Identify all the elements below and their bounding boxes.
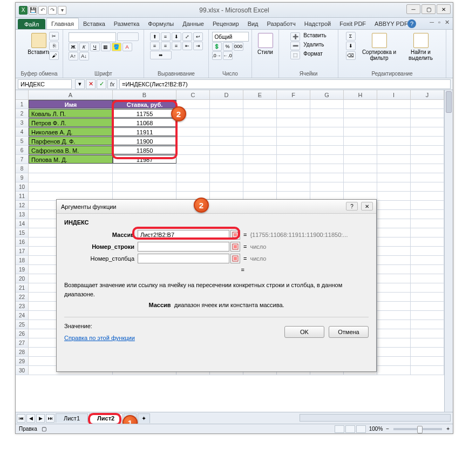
- dec-decimal-button[interactable]: ←.0: [223, 51, 233, 60]
- cell[interactable]: [377, 192, 411, 200]
- dialog-help-link[interactable]: Справка по этой функции: [64, 335, 135, 341]
- row-header[interactable]: 20: [16, 274, 29, 283]
- view-pagebreak-button[interactable]: [356, 425, 366, 433]
- cell[interactable]: [411, 100, 444, 108]
- bold-button[interactable]: Ж: [69, 43, 78, 51]
- row-header[interactable]: 11: [16, 192, 29, 200]
- col-header-f[interactable]: F: [277, 90, 310, 99]
- cell[interactable]: [344, 127, 377, 136]
- undo-icon[interactable]: ↶: [38, 6, 47, 15]
- cell[interactable]: [377, 357, 411, 365]
- cell[interactable]: [411, 127, 444, 136]
- clear-button[interactable]: ⌫: [346, 51, 356, 60]
- row-header[interactable]: 29: [16, 357, 29, 365]
- cell[interactable]: [344, 118, 377, 127]
- row-header[interactable]: 6: [16, 146, 29, 154]
- cell[interactable]: [176, 173, 210, 182]
- cell[interactable]: [377, 118, 411, 127]
- enter-formula-button[interactable]: ✓: [97, 79, 106, 89]
- cell[interactable]: [176, 146, 210, 154]
- cell[interactable]: [411, 357, 444, 365]
- row-header[interactable]: 7: [16, 155, 29, 164]
- tab-developer[interactable]: Разработч: [263, 18, 300, 29]
- row-header[interactable]: 24: [16, 311, 29, 320]
- vertical-scroll-thumb[interactable]: [446, 91, 452, 113]
- cell[interactable]: Сафронова В. М.: [29, 146, 113, 154]
- cell[interactable]: [310, 164, 344, 173]
- cell[interactable]: [411, 219, 444, 228]
- shrink-font-button[interactable]: A↓: [79, 52, 89, 60]
- arg-col-input[interactable]: [138, 254, 229, 263]
- cell[interactable]: 11755: [113, 109, 176, 118]
- tab-data[interactable]: Данные: [178, 18, 208, 29]
- vertical-scrollbar[interactable]: [444, 90, 453, 412]
- cell[interactable]: [377, 274, 411, 283]
- cell[interactable]: [411, 348, 444, 356]
- row-header[interactable]: 2: [16, 109, 29, 118]
- row-header[interactable]: 19: [16, 265, 29, 274]
- cell[interactable]: [377, 155, 411, 164]
- cell[interactable]: [277, 146, 310, 154]
- align-left-button[interactable]: ≡: [150, 42, 160, 50]
- cell[interactable]: [113, 173, 176, 182]
- tab-foxit[interactable]: Foxit PDF: [335, 18, 370, 29]
- horizontal-scrollbar[interactable]: [300, 414, 451, 422]
- cell[interactable]: [243, 182, 277, 191]
- cell[interactable]: [243, 155, 277, 164]
- cell[interactable]: [411, 265, 444, 274]
- tab-home[interactable]: Главная: [46, 18, 79, 29]
- row-header[interactable]: 12: [16, 201, 29, 209]
- cell[interactable]: [277, 164, 310, 173]
- cell[interactable]: [344, 100, 377, 108]
- doc-close-icon[interactable]: ✕: [444, 19, 451, 26]
- cell[interactable]: [411, 164, 444, 173]
- qat-dropdown-icon[interactable]: ▾: [58, 6, 66, 15]
- align-middle-button[interactable]: ≡: [161, 32, 171, 41]
- orientation-button[interactable]: ⤢: [182, 32, 192, 41]
- cell[interactable]: [277, 127, 310, 136]
- row-header[interactable]: 23: [16, 302, 29, 310]
- tab-formulas[interactable]: Формулы: [144, 18, 178, 29]
- row-header[interactable]: 16: [16, 237, 29, 246]
- cell[interactable]: [277, 137, 310, 145]
- cell[interactable]: [377, 137, 411, 145]
- cell[interactable]: [377, 338, 411, 347]
- cell[interactable]: [377, 265, 411, 274]
- view-normal-button[interactable]: [335, 425, 344, 433]
- wrap-text-button[interactable]: ↩: [193, 32, 203, 41]
- cell[interactable]: [377, 302, 411, 310]
- zoom-slider[interactable]: [393, 428, 442, 430]
- cell[interactable]: Парфенов Д. Ф.: [29, 137, 113, 145]
- comma-button[interactable]: 000: [234, 42, 243, 51]
- row-header[interactable]: 25: [16, 320, 29, 329]
- cell[interactable]: [411, 146, 444, 154]
- cell[interactable]: [210, 146, 243, 154]
- underline-button[interactable]: Ч: [90, 43, 100, 51]
- cell[interactable]: [210, 118, 243, 127]
- cell[interactable]: [377, 173, 411, 182]
- row-header[interactable]: 27: [16, 338, 29, 347]
- sheet-nav-last-icon[interactable]: ⏭: [46, 414, 55, 423]
- cell[interactable]: [377, 127, 411, 136]
- autosum-button[interactable]: Σ: [346, 32, 356, 40]
- cell[interactable]: [113, 182, 176, 191]
- cell[interactable]: [377, 293, 411, 301]
- cell[interactable]: [243, 137, 277, 145]
- cell[interactable]: [411, 274, 444, 283]
- styles-button[interactable]: Стили: [256, 32, 274, 56]
- cut-icon[interactable]: ✂: [49, 32, 59, 40]
- cell[interactable]: [210, 127, 243, 136]
- align-center-button[interactable]: ≡: [161, 42, 171, 50]
- cell[interactable]: [277, 155, 310, 164]
- cell[interactable]: [377, 201, 411, 209]
- col-header-j[interactable]: J: [411, 90, 444, 99]
- doc-restore-icon[interactable]: ▫: [437, 19, 441, 26]
- cell[interactable]: [377, 329, 411, 338]
- row-header[interactable]: 28: [16, 348, 29, 356]
- cell[interactable]: [29, 164, 113, 173]
- zoom-out-button[interactable]: −: [386, 426, 389, 432]
- dialog-titlebar[interactable]: Аргументы функции ? ✕: [57, 200, 376, 214]
- sheet-tab-1[interactable]: Лист1: [56, 413, 88, 423]
- cell[interactable]: [310, 137, 344, 145]
- tab-abbyy[interactable]: ABBYY PDF: [370, 18, 412, 29]
